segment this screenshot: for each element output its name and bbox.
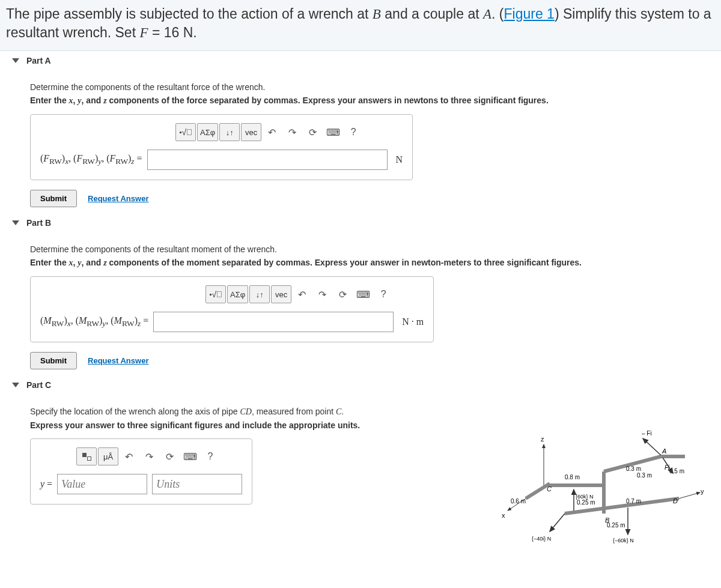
part-c-desc: Specify the location of the wrench along… xyxy=(30,407,721,417)
caret-down-icon xyxy=(12,220,19,225)
part-c-title: Part C xyxy=(26,380,51,390)
part-c-instr: Express your answer to three significant… xyxy=(30,420,721,430)
problem-text-1: The pipe assembly is subjected to the ac… xyxy=(6,6,373,22)
var-A: A xyxy=(483,7,491,22)
part-b-input-row: (MRW)x, (MRW)y, (MRW)z = N · m xyxy=(40,312,424,332)
part-b-answer-box: ▪√ ΑΣφ ↓↑ vec ↶ ↷ ⟳ ⌨ ? (MRW)x, (MRW)y, … xyxy=(30,276,434,342)
templates-button[interactable]: ▪√ xyxy=(205,285,226,303)
greek-button[interactable]: ΑΣφ xyxy=(227,285,248,303)
greek-button[interactable]: ΑΣφ xyxy=(197,123,218,141)
part-b-input[interactable] xyxy=(153,312,394,332)
help-button[interactable]: ? xyxy=(344,123,362,141)
part-b-title: Part B xyxy=(26,218,51,228)
reset-button[interactable]: ⟳ xyxy=(333,285,351,303)
part-a-answer-box: ▪√ ΑΣφ ↓↑ vec ↶ ↷ ⟳ ⌨ ? (FRW)x, (FRW)y, … xyxy=(30,114,413,180)
undo-button[interactable]: ↶ xyxy=(263,123,281,141)
part-c-body: Specify the location of the wrench along… xyxy=(0,395,721,518)
help-button[interactable]: ? xyxy=(374,285,392,303)
var-F: F xyxy=(139,25,148,40)
subsup-button[interactable]: ↓↑ xyxy=(249,285,270,303)
part-b-body: Determine the components of the resultan… xyxy=(0,232,721,375)
redo-button[interactable]: ↷ xyxy=(313,285,331,303)
part-c-input-row: y = xyxy=(40,474,242,494)
part-b-unit: N · m xyxy=(402,317,424,327)
templates-button[interactable]: ▪√ xyxy=(175,123,196,141)
keyboard-button[interactable]: ⌨ xyxy=(324,123,342,141)
redo-button[interactable]: ↷ xyxy=(140,447,158,465)
part-a-body: Determine the components of the resultan… xyxy=(0,70,721,213)
part-b-toolbar: ▪√ ΑΣφ ↓↑ vec ↶ ↷ ⟳ ⌨ ? xyxy=(40,285,424,303)
part-b-instr: Enter the x, y, and z components of the … xyxy=(30,258,721,268)
unit-N: N xyxy=(183,25,193,40)
help-button[interactable]: ? xyxy=(201,447,219,465)
part-a-request-link[interactable]: Request Answer xyxy=(88,194,148,203)
undo-button[interactable]: ↶ xyxy=(120,447,138,465)
keyboard-button[interactable]: ⌨ xyxy=(181,447,199,465)
part-c-units-input[interactable] xyxy=(152,474,242,494)
var-B: B xyxy=(373,7,381,22)
part-a-header[interactable]: Part A xyxy=(0,51,721,70)
part-a-desc: Determine the components of the resultan… xyxy=(30,82,721,92)
part-b-header[interactable]: Part B xyxy=(0,213,721,232)
part-b-submit-button[interactable]: Submit xyxy=(30,352,77,369)
subsup-button[interactable]: ↓↑ xyxy=(219,123,240,141)
part-b-submit-row: Submit Request Answer xyxy=(30,352,721,369)
units-button[interactable]: μÅ xyxy=(98,447,118,465)
part-a-submit-button[interactable]: Submit xyxy=(30,190,77,207)
figure-link[interactable]: Figure 1 xyxy=(504,6,555,22)
vec-button[interactable]: vec xyxy=(241,123,261,141)
part-a-unit: N xyxy=(396,154,403,165)
reset-button[interactable]: ⟳ xyxy=(303,123,321,141)
caret-down-icon xyxy=(12,383,19,387)
part-a-var-label: (FRW)x, (FRW)y, (FRW)z = xyxy=(40,153,142,166)
part-c-var-label: y = xyxy=(40,479,52,489)
problem-text-2: and a couple at xyxy=(381,6,483,22)
part-a-instr: Enter the x, y, and z components of the … xyxy=(30,95,721,106)
part-b-request-link[interactable]: Request Answer xyxy=(88,356,148,365)
undo-button[interactable]: ↶ xyxy=(293,285,311,303)
problem-text-6: . xyxy=(193,25,196,40)
part-c-toolbar: μÅ ↶ ↷ ⟳ ⌨ ? xyxy=(40,447,242,465)
fractions-button[interactable] xyxy=(76,447,97,465)
vec-button[interactable]: vec xyxy=(271,285,291,303)
caret-down-icon xyxy=(12,58,19,63)
part-c-header[interactable]: Part C xyxy=(0,375,721,395)
redo-button[interactable]: ↷ xyxy=(283,123,301,141)
problem-text-5: = 16 xyxy=(148,25,183,40)
part-a-input[interactable] xyxy=(147,150,388,170)
part-a-input-row: (FRW)x, (FRW)y, (FRW)z = N xyxy=(40,150,403,170)
part-a-title: Part A xyxy=(26,56,51,65)
part-c-answer-box: μÅ ↶ ↷ ⟳ ⌨ ? y = xyxy=(30,438,252,505)
part-a-toolbar: ▪√ ΑΣφ ↓↑ vec ↶ ↷ ⟳ ⌨ ? xyxy=(40,123,403,141)
problem-text-3: . ( xyxy=(491,6,503,22)
keyboard-button[interactable]: ⌨ xyxy=(354,285,372,303)
problem-statement: The pipe assembly is subjected to the ac… xyxy=(0,0,721,51)
part-b-desc: Determine the components of the resultan… xyxy=(30,244,721,254)
part-c-value-input[interactable] xyxy=(57,474,147,494)
reset-button[interactable]: ⟳ xyxy=(160,447,178,465)
part-a-submit-row: Submit Request Answer xyxy=(30,190,721,207)
part-b-var-label: (MRW)x, (MRW)y, (MRW)z = xyxy=(40,315,148,329)
